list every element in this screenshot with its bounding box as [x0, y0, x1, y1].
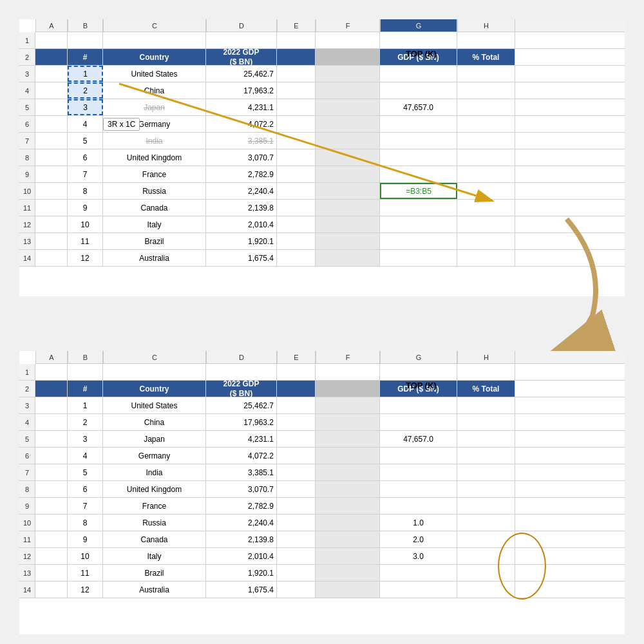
col-header-f-b[interactable]: F — [316, 351, 380, 363]
cell-e4-b[interactable] — [277, 414, 316, 430]
cell-d7-b[interactable]: 3,385.1 — [206, 464, 277, 480]
cell-a14-b[interactable] — [35, 582, 68, 598]
cell-e8-b[interactable] — [277, 481, 316, 497]
cell-e14-b[interactable] — [277, 582, 316, 598]
cell-h7-b[interactable] — [457, 464, 515, 480]
cell-d13-b[interactable]: 1,920.1 — [206, 565, 277, 581]
cell-h8[interactable] — [457, 149, 515, 166]
cell-c8[interactable]: United Kingdom — [103, 149, 206, 166]
cell-c11-b[interactable]: Canada — [103, 531, 206, 547]
cell-g13[interactable] — [380, 233, 457, 249]
cell-e12[interactable] — [277, 216, 316, 232]
cell-g4-b[interactable] — [380, 414, 457, 430]
cell-g11-b-val[interactable]: 2.0 — [380, 531, 457, 547]
cell-e9[interactable] — [277, 166, 316, 182]
cell-g9-b[interactable] — [380, 498, 457, 514]
cell-d12-b[interactable]: 2,010.4 — [206, 548, 277, 564]
cell-f11-b[interactable] — [316, 531, 380, 547]
cell-h1[interactable] — [457, 32, 515, 48]
cell-a10[interactable] — [35, 183, 68, 199]
cell-h10-b[interactable] — [457, 515, 515, 531]
cell-c7-b[interactable]: India — [103, 464, 206, 480]
cell-h2-b[interactable]: % Total — [457, 381, 515, 397]
col-header-c-b[interactable]: C — [103, 351, 206, 363]
cell-a12[interactable] — [35, 216, 68, 232]
cell-a3-b[interactable] — [35, 397, 68, 413]
cell-a10-b[interactable] — [35, 515, 68, 531]
cell-b6[interactable]: 4 — [68, 116, 103, 132]
cell-d5[interactable]: 4,231.1 — [206, 99, 277, 115]
cell-f12-b[interactable] — [316, 548, 380, 564]
cell-h14-b[interactable] — [457, 582, 515, 598]
col-header-g[interactable]: G — [380, 19, 457, 32]
cell-c1-b[interactable] — [103, 364, 206, 380]
cell-b11-b[interactable]: 9 — [68, 531, 103, 547]
cell-h4-b[interactable] — [457, 414, 515, 430]
cell-b4-b[interactable]: 2 — [68, 414, 103, 430]
cell-e1-b[interactable] — [277, 364, 316, 380]
cell-a7[interactable] — [35, 133, 68, 149]
cell-e2-b[interactable] — [277, 381, 316, 397]
cell-a5[interactable] — [35, 99, 68, 115]
cell-g6-b[interactable] — [380, 448, 457, 464]
cell-d14[interactable]: 1,675.4 — [206, 250, 277, 266]
cell-g9[interactable] — [380, 166, 457, 182]
cell-f12[interactable] — [316, 216, 380, 232]
cell-a2[interactable] — [35, 49, 68, 65]
cell-e12-b[interactable] — [277, 548, 316, 564]
cell-g4[interactable] — [380, 82, 457, 99]
cell-c4-b[interactable]: China — [103, 414, 206, 430]
cell-c2-country[interactable]: Country — [103, 49, 206, 65]
cell-c13-b[interactable]: Brazil — [103, 565, 206, 581]
cell-a5-b[interactable] — [35, 431, 68, 447]
cell-h4[interactable] — [457, 82, 515, 99]
cell-g5-b[interactable]: 47,657.0 — [380, 431, 457, 447]
cell-c5-b[interactable]: Japan — [103, 431, 206, 447]
cell-b13[interactable]: 11 — [68, 233, 103, 249]
cell-e13[interactable] — [277, 233, 316, 249]
cell-b10-b[interactable]: 8 — [68, 515, 103, 531]
cell-b9-b[interactable]: 7 — [68, 498, 103, 514]
cell-g13-b[interactable] — [380, 565, 457, 581]
cell-h8-b[interactable] — [457, 481, 515, 497]
col-header-e[interactable]: E — [277, 19, 316, 32]
cell-a14[interactable] — [35, 250, 68, 266]
cell-a1-b[interactable] — [35, 364, 68, 380]
cell-a11-b[interactable] — [35, 531, 68, 547]
col-header-e-b[interactable]: E — [277, 351, 316, 363]
cell-d1[interactable] — [206, 32, 277, 48]
cell-h3-b[interactable] — [457, 397, 515, 413]
cell-b5-selected[interactable]: 3 — [68, 99, 103, 115]
cell-d2-gdp[interactable]: 2022 GDP ($ BN) — [206, 49, 277, 65]
cell-d3[interactable]: 25,462.7 — [206, 66, 277, 82]
cell-e9-b[interactable] — [277, 498, 316, 514]
cell-h9[interactable] — [457, 166, 515, 182]
cell-e5[interactable] — [277, 99, 316, 115]
cell-e8[interactable] — [277, 149, 316, 166]
cell-d4-b[interactable]: 17,963.2 — [206, 414, 277, 430]
cell-a9[interactable] — [35, 166, 68, 182]
cell-g8[interactable] — [380, 149, 457, 166]
cell-e6[interactable] — [277, 116, 316, 132]
cell-e6-b[interactable] — [277, 448, 316, 464]
cell-f13[interactable] — [316, 233, 380, 249]
cell-d9-b[interactable]: 2,782.9 — [206, 498, 277, 514]
cell-e10[interactable] — [277, 183, 316, 199]
cell-b8-b[interactable]: 6 — [68, 481, 103, 497]
cell-d11[interactable]: 2,139.8 — [206, 200, 277, 216]
cell-c13[interactable]: Brazil — [103, 233, 206, 249]
cell-f13-b[interactable] — [316, 565, 380, 581]
cell-d8[interactable]: 3,070.7 — [206, 149, 277, 166]
cell-h5[interactable] — [457, 99, 515, 115]
cell-c5[interactable]: Japan — [103, 99, 206, 115]
cell-d9[interactable]: 2,782.9 — [206, 166, 277, 182]
cell-e3[interactable] — [277, 66, 316, 82]
cell-f8-b[interactable] — [316, 481, 380, 497]
cell-a6[interactable] — [35, 116, 68, 132]
cell-g7-b[interactable] — [380, 464, 457, 480]
cell-c2-b[interactable]: Country — [103, 381, 206, 397]
cell-f4-b[interactable] — [316, 414, 380, 430]
cell-f11[interactable] — [316, 200, 380, 216]
cell-g12-b-val[interactable]: 3.0 — [380, 548, 457, 564]
cell-b13-b[interactable]: 11 — [68, 565, 103, 581]
